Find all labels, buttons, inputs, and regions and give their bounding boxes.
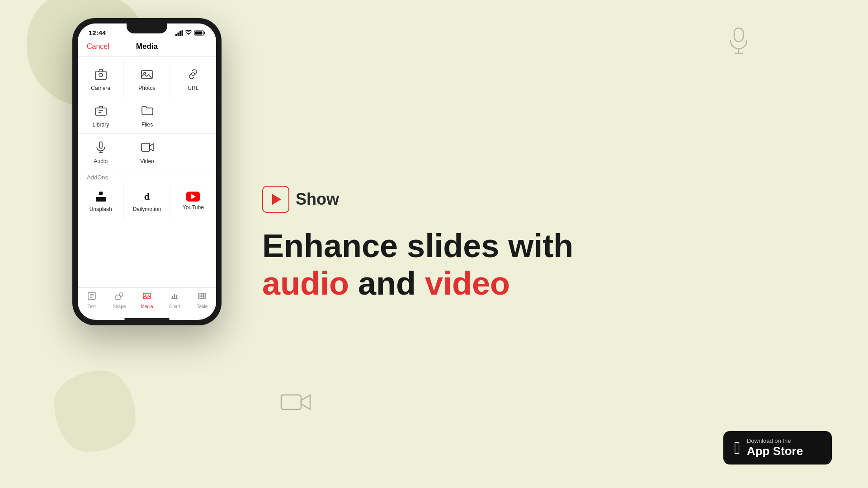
youtube-icon [186, 192, 200, 202]
youtube-label: YouTube [183, 204, 204, 211]
tab-shape-icon [115, 291, 124, 303]
svg-rect-4 [175, 34, 177, 36]
unsplash-icon [94, 190, 108, 203]
svg-rect-22 [99, 192, 103, 195]
media-item-camera[interactable]: Camera [78, 61, 124, 97]
show-badge: Show [262, 186, 832, 213]
phone-notch [127, 23, 167, 33]
audio-icon [94, 141, 107, 155]
media-item-unsplash[interactable]: Unsplash [78, 183, 124, 218]
files-label: Files [142, 122, 153, 128]
tab-shape[interactable]: Shape [105, 291, 133, 309]
svg-point-11 [99, 73, 103, 77]
library-icon [94, 104, 107, 119]
tab-media-icon [142, 291, 151, 303]
photos-icon [141, 68, 153, 82]
cancel-button[interactable]: Cancel [87, 42, 109, 51]
tab-media[interactable]: Media [133, 291, 160, 309]
media-item-video[interactable]: Video [124, 134, 170, 170]
right-content: Show Enhance slides with audio and video [262, 186, 832, 302]
tab-bar: Text Shape [78, 287, 216, 316]
media-title: Media [136, 42, 158, 51]
media-grid: Camera Photos [78, 57, 216, 287]
photos-label: Photos [138, 85, 155, 91]
media-item-dailymotion[interactable]: d Dailymotion [124, 183, 170, 218]
tab-media-label: Media [141, 304, 153, 309]
camera-icon [94, 68, 107, 82]
tab-chart[interactable]: Chart [161, 291, 189, 309]
media-row-2: Library Files [78, 97, 216, 134]
tab-chart-icon [170, 291, 179, 303]
store-text-group: Download on the App Store [747, 437, 803, 458]
svg-rect-23 [96, 197, 106, 202]
media-item-youtube[interactable]: YouTube [170, 184, 216, 216]
tab-table-label: Table [197, 304, 208, 309]
tab-chart-label: Chart [169, 304, 180, 309]
media-item-photos[interactable]: Photos [124, 61, 170, 97]
dailymotion-icon: d [140, 190, 154, 203]
tab-text-label: Text [87, 304, 95, 309]
svg-rect-34 [174, 294, 175, 299]
svg-point-31 [145, 295, 146, 296]
svg-rect-5 [178, 33, 179, 36]
library-label: Library [92, 122, 109, 128]
svg-rect-7 [182, 30, 183, 36]
video-camera-icon [280, 390, 312, 416]
files-icon [141, 104, 154, 119]
svg-rect-3 [281, 395, 301, 409]
media-row-1: Camera Photos [78, 61, 216, 97]
media-header: Cancel Media [78, 38, 216, 57]
show-icon-box [262, 186, 289, 213]
tab-text[interactable]: Text [78, 291, 105, 309]
media-item-audio[interactable]: Audio [78, 134, 124, 170]
svg-rect-33 [172, 296, 173, 299]
status-icons [175, 30, 205, 36]
url-label: URL [188, 85, 198, 91]
phone-mockup: 12:44 [72, 18, 222, 325]
svg-rect-6 [179, 31, 181, 36]
svg-rect-35 [176, 295, 177, 299]
svg-rect-10 [195, 31, 203, 34]
unsplash-label: Unsplash [90, 206, 112, 212]
apple-logo-icon:  [734, 439, 741, 456]
show-text: Show [296, 190, 339, 209]
headline-audio: audio [262, 265, 349, 301]
tab-table-icon [198, 291, 207, 303]
media-item-url[interactable]: URL [170, 61, 216, 97]
tab-table[interactable]: Table [189, 291, 216, 309]
tab-text-icon [87, 291, 96, 303]
microphone-icon [727, 27, 750, 56]
store-small-text: Download on the [747, 437, 803, 444]
headline-part1: Enhance slides with [262, 228, 573, 264]
svg-rect-14 [95, 108, 106, 115]
show-play-icon [272, 194, 281, 205]
headline-and: and [349, 265, 425, 301]
video-icon-phone [141, 141, 154, 155]
addons-row: Unsplash d Dailymotion [78, 183, 216, 218]
wifi-icon [185, 30, 192, 36]
addons-section: AddOns [78, 170, 216, 218]
dailymotion-label: Dailymotion [133, 206, 161, 212]
headline-video: video [425, 265, 510, 301]
status-time: 12:44 [89, 29, 106, 37]
svg-rect-20 [142, 143, 150, 151]
media-row-3: Audio Video [78, 134, 216, 170]
decorative-blob-bottom [54, 371, 136, 452]
signal-icon [175, 30, 183, 36]
video-label: Video [140, 158, 154, 164]
svg-rect-0 [734, 28, 743, 42]
svg-rect-17 [99, 142, 102, 148]
battery-icon [194, 30, 205, 36]
media-item-library[interactable]: Library [78, 97, 124, 133]
app-store-button[interactable]:  Download on the App Store [723, 431, 832, 465]
addons-label: AddOns [78, 170, 216, 183]
svg-rect-36 [198, 293, 206, 299]
home-indicator [124, 318, 170, 320]
media-item-files[interactable]: Files [124, 97, 170, 133]
audio-label: Audio [94, 158, 108, 164]
svg-rect-9 [204, 32, 205, 34]
tab-shape-label: Shape [113, 304, 126, 309]
headline: Enhance slides with audio and video [262, 227, 832, 302]
url-icon [187, 68, 199, 82]
store-big-text: App Store [747, 444, 803, 458]
